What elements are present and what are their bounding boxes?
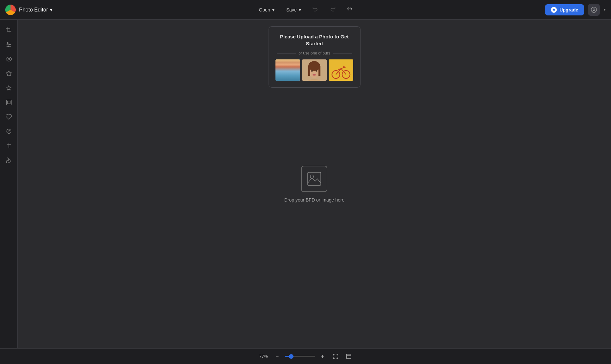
svg-rect-14 bbox=[275, 59, 300, 81]
sample-3-svg bbox=[329, 59, 353, 81]
sample-image-3[interactable] bbox=[329, 59, 353, 81]
svg-rect-21 bbox=[279, 68, 280, 69]
flip-icon bbox=[346, 6, 353, 12]
zoom-plus-icon: + bbox=[321, 353, 324, 359]
svg-rect-19 bbox=[295, 67, 300, 81]
zoom-slider-thumb[interactable] bbox=[289, 354, 294, 359]
svg-rect-28 bbox=[308, 66, 310, 76]
bottom-bar: 77% − + bbox=[0, 348, 611, 364]
open-button[interactable]: Open ▾ bbox=[255, 5, 277, 14]
save-button[interactable]: Save ▾ bbox=[283, 5, 304, 14]
zoom-in-button[interactable]: + bbox=[318, 352, 327, 361]
svg-point-31 bbox=[316, 70, 317, 72]
app-logo bbox=[5, 5, 16, 15]
drop-zone-icon bbox=[306, 171, 322, 187]
frame-icon bbox=[6, 99, 12, 106]
eye-icon bbox=[6, 56, 12, 62]
adjust-tool[interactable] bbox=[2, 38, 15, 51]
app-title-text: Photo Editor bbox=[19, 7, 48, 13]
upgrade-label: Upgrade bbox=[559, 7, 578, 12]
zoom-slider[interactable] bbox=[285, 356, 315, 357]
svg-rect-9 bbox=[7, 101, 10, 104]
save-label: Save bbox=[286, 7, 297, 12]
svg-point-30 bbox=[311, 70, 313, 72]
shapes-tool[interactable] bbox=[2, 125, 15, 138]
upgrade-icon: ★ bbox=[551, 7, 557, 13]
svg-point-5 bbox=[8, 46, 9, 47]
app-body: Please Upload a Photo to Get Started or … bbox=[0, 20, 611, 348]
flip-button[interactable] bbox=[344, 4, 356, 16]
magic-icon bbox=[6, 85, 12, 91]
svg-rect-15 bbox=[275, 66, 281, 81]
stickers-tool[interactable] bbox=[2, 67, 15, 80]
svg-rect-29 bbox=[318, 66, 320, 76]
divider-left bbox=[277, 53, 296, 54]
shape-icon bbox=[6, 128, 12, 135]
crop-icon bbox=[6, 27, 12, 33]
svg-point-32 bbox=[313, 74, 316, 76]
drop-zone[interactable]: Drop your BFD or image here bbox=[284, 166, 345, 203]
crop-tool[interactable] bbox=[2, 24, 15, 37]
eye-tool[interactable] bbox=[2, 53, 15, 66]
fit-screen-button[interactable] bbox=[331, 352, 340, 361]
account-chevron: ▾ bbox=[604, 8, 606, 12]
svg-point-6 bbox=[8, 58, 10, 60]
sidebar bbox=[0, 20, 18, 348]
undo-icon bbox=[312, 6, 319, 12]
header-left: Photo Editor ▾ bbox=[5, 5, 53, 15]
zoom-minus-icon: − bbox=[276, 353, 279, 359]
sample-2-svg bbox=[302, 59, 327, 81]
star-icon bbox=[6, 70, 12, 77]
app-header: Photo Editor ▾ Open ▾ Save ▾ bbox=[0, 0, 611, 20]
app-title-btn[interactable]: Photo Editor ▾ bbox=[19, 7, 53, 13]
divider-text: or use one of ours bbox=[298, 51, 330, 55]
sliders-icon bbox=[6, 41, 12, 48]
fit-screen-icon bbox=[333, 353, 338, 359]
svg-marker-7 bbox=[6, 71, 11, 76]
svg-rect-22 bbox=[276, 70, 278, 72]
svg-rect-8 bbox=[6, 100, 11, 105]
account-button[interactable] bbox=[588, 4, 600, 16]
text-tool[interactable] bbox=[2, 139, 15, 152]
sample-1-svg bbox=[275, 59, 300, 81]
zoom-percent: 77% bbox=[258, 354, 270, 359]
redo-button[interactable] bbox=[327, 4, 338, 16]
svg-rect-43 bbox=[308, 172, 321, 185]
sample-image-2[interactable] bbox=[302, 59, 327, 81]
overlays-tool[interactable] bbox=[2, 110, 15, 123]
svg-point-3 bbox=[7, 42, 8, 43]
svg-rect-17 bbox=[286, 67, 291, 81]
svg-rect-16 bbox=[281, 64, 286, 81]
upgrade-button[interactable]: ★ Upgrade bbox=[545, 4, 584, 15]
undo-button[interactable] bbox=[310, 4, 321, 16]
svg-rect-33 bbox=[329, 59, 353, 81]
save-chevron: ▾ bbox=[299, 7, 301, 12]
sample-images bbox=[277, 59, 352, 81]
svg-rect-20 bbox=[276, 68, 278, 69]
account-icon bbox=[591, 7, 597, 13]
svg-point-4 bbox=[9, 44, 10, 45]
redo-icon bbox=[329, 6, 336, 12]
divider-right bbox=[333, 53, 352, 54]
upload-title: Please Upload a Photo to Get Started bbox=[277, 33, 352, 47]
fullscreen-icon bbox=[346, 353, 352, 359]
drop-icon-box bbox=[301, 166, 327, 192]
svg-rect-45 bbox=[346, 354, 351, 359]
title-chevron: ▾ bbox=[50, 7, 53, 13]
header-right: ★ Upgrade ▾ bbox=[545, 4, 606, 16]
effects-tool[interactable] bbox=[2, 81, 15, 95]
svg-rect-18 bbox=[291, 65, 295, 81]
frames-tool[interactable] bbox=[2, 96, 15, 109]
canvas-area[interactable]: Please Upload a Photo to Get Started or … bbox=[18, 20, 611, 348]
fullscreen-button[interactable] bbox=[344, 352, 354, 361]
heart-icon bbox=[6, 114, 12, 120]
svg-rect-23 bbox=[275, 75, 300, 81]
zoom-out-button[interactable]: − bbox=[273, 352, 282, 361]
drop-zone-text: Drop your BFD or image here bbox=[284, 197, 345, 203]
divider-row: or use one of ours bbox=[277, 51, 352, 55]
upload-panel: Please Upload a Photo to Get Started or … bbox=[269, 26, 360, 88]
sample-image-1[interactable] bbox=[275, 59, 300, 81]
open-chevron: ▾ bbox=[272, 7, 274, 12]
brush-tool[interactable] bbox=[2, 154, 15, 167]
brush-icon bbox=[6, 157, 12, 163]
